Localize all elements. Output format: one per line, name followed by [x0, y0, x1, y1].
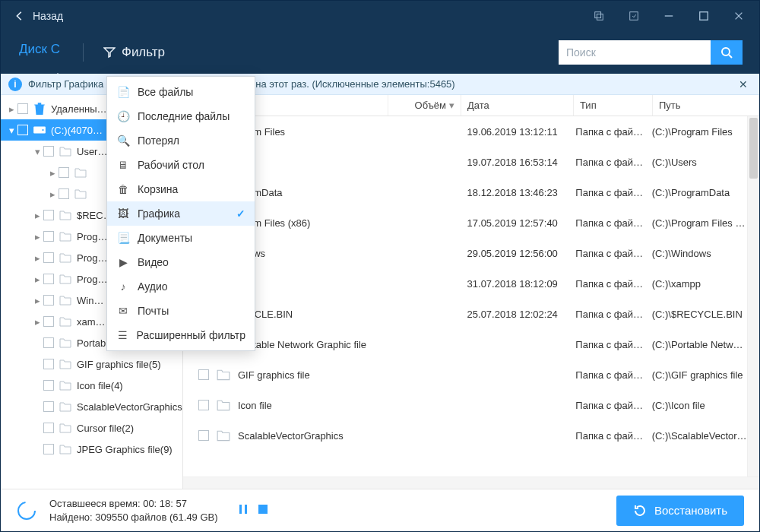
checkbox[interactable]: [43, 146, 54, 157]
table-row[interactable]: 19.07.2018 16:53:14Папка с фай…(C:)\User…: [183, 147, 747, 177]
restore-button[interactable]: Восстановить: [616, 496, 744, 526]
notice-close-button[interactable]: ✕: [735, 76, 752, 93]
menu-all-files[interactable]: 📄Все файлы: [107, 80, 255, 104]
cell-name: …ows: [238, 248, 397, 259]
tab-disk-c[interactable]: Диск С: [17, 37, 62, 68]
clock-icon: 🕘: [116, 109, 130, 123]
expand-icon[interactable]: ▸: [31, 252, 43, 264]
checkbox[interactable]: [43, 210, 54, 220]
menu-mail[interactable]: ✉Почты: [107, 299, 255, 323]
expand-icon[interactable]: ▸: [46, 188, 59, 200]
checkbox[interactable]: [43, 444, 54, 454]
table-row[interactable]: GIF graphics fileПапка с фай…(C:)\GIF gr…: [183, 359, 747, 390]
tree-svg[interactable]: ScalableVectorGraphics…: [1, 396, 182, 417]
col-size-label: Объём: [415, 100, 446, 111]
checkbox[interactable]: [198, 369, 209, 380]
cell-name: …YCLE.BIN: [238, 309, 397, 320]
table-row[interactable]: Portable Network Graphic fileПапка с фай…: [183, 329, 747, 359]
checkbox[interactable]: [43, 295, 54, 306]
expand-icon[interactable]: ▸: [5, 103, 17, 115]
table-row[interactable]: Icon fileПапка с фай…(C:)\Icon file: [183, 390, 747, 420]
checkbox[interactable]: [43, 252, 54, 263]
table-row[interactable]: …amData18.12.2018 13:46:23Папка с фай…(C…: [183, 177, 747, 207]
tree-cursor[interactable]: Cursor file(2): [1, 417, 182, 439]
restore-icon: [633, 504, 647, 518]
tree-label: JPEG Graphics file(9): [77, 444, 173, 455]
expand-icon[interactable]: ▸: [31, 231, 43, 242]
tree-jpeg[interactable]: JPEG Graphics file(9): [1, 439, 182, 460]
expand-icon[interactable]: ▸: [31, 274, 43, 285]
horizontal-scrollbar[interactable]: [183, 477, 759, 489]
checkbox[interactable]: [43, 274, 54, 284]
window-minimize-icon[interactable]: [651, 1, 686, 31]
menu-documents[interactable]: 📃Документы: [107, 226, 255, 250]
mail-icon: ✉: [116, 304, 130, 318]
checkbox[interactable]: [43, 423, 54, 433]
folder-icon: [217, 429, 230, 442]
window-switch-icon[interactable]: [581, 1, 616, 31]
file-list[interactable]: …am Files19.06.2019 13:12:11Папка с фай……: [183, 116, 747, 477]
menu-audio[interactable]: ♪Аудио: [107, 274, 255, 299]
cell-type: Папка с фай…: [575, 126, 651, 138]
menu-label: Графика: [138, 207, 180, 220]
expand-icon[interactable]: ▸: [31, 295, 43, 306]
window-close-icon[interactable]: [721, 1, 756, 31]
vertical-scrollbar[interactable]: [747, 116, 759, 477]
folder-icon: [74, 166, 87, 179]
menu-recent-files[interactable]: 🕘Последние файлы: [107, 104, 255, 128]
filter-button[interactable]: Фильтр: [103, 45, 165, 60]
scrollbar-thumb[interactable]: [749, 118, 758, 179]
checkbox[interactable]: [198, 430, 209, 441]
cell-name: …amData: [238, 187, 397, 198]
window-restore-icon[interactable]: [616, 1, 651, 31]
table-row[interactable]: ScalableVectorGraphicsПапка с фай…(C:)\S…: [183, 420, 747, 451]
expand-icon[interactable]: ▸: [31, 316, 43, 328]
search-button[interactable]: [711, 40, 743, 65]
checkbox[interactable]: [59, 188, 69, 199]
table-row[interactable]: …am Files19.06.2019 13:12:11Папка с фай……: [183, 116, 747, 147]
menu-video[interactable]: ▶Видео: [107, 250, 255, 274]
checkbox[interactable]: [43, 231, 54, 242]
table-row[interactable]: …31.07.2018 18:12:09Папка с фай…(C:)\xam…: [183, 268, 747, 299]
cell-name: …: [238, 278, 397, 290]
table-row[interactable]: …YCLE.BIN25.07.2018 12:02:24Папка с фай……: [183, 299, 747, 329]
checkbox[interactable]: [43, 359, 54, 369]
checkbox[interactable]: [43, 380, 54, 391]
checkbox[interactable]: [43, 316, 54, 327]
spinner-icon: [16, 500, 37, 521]
pause-button[interactable]: [238, 504, 249, 518]
folder-icon: [59, 421, 72, 435]
checkbox[interactable]: [59, 167, 69, 178]
sort-desc-icon[interactable]: ▾: [449, 100, 454, 111]
tree-label: User…: [77, 146, 107, 157]
menu-graphics[interactable]: 🖼Графика✓: [107, 201, 255, 226]
table-row[interactable]: …am Files (x86)17.05.2019 12:57:40Папка …: [183, 207, 747, 238]
checkbox[interactable]: [43, 401, 54, 412]
cell-type: Папка с фай…: [575, 157, 651, 168]
stop-button[interactable]: [258, 504, 268, 518]
checkbox[interactable]: [198, 400, 209, 410]
collapse-icon[interactable]: ▾: [5, 125, 17, 136]
back-button[interactable]: Назад: [4, 1, 74, 31]
tab-indicator-triangle: [52, 73, 64, 79]
menu-trash[interactable]: 🗑Корзина: [107, 177, 255, 201]
table-row[interactable]: …ows29.05.2019 12:56:00Папка с фай…(C:)\…: [183, 238, 747, 268]
expand-icon[interactable]: ▸: [46, 167, 59, 179]
tree-gif[interactable]: GIF graphics file(5): [1, 353, 182, 375]
checkbox[interactable]: [17, 125, 28, 135]
menu-advanced-filter[interactable]: ☰Расширенный фильтр: [107, 323, 255, 347]
column-header[interactable]: Имя Объём▾ Дата Тип Путь: [183, 95, 759, 116]
tree-label: xam…: [77, 316, 106, 328]
menu-desktop[interactable]: 🖥Рабочий стол: [107, 153, 255, 177]
search-input[interactable]: [559, 40, 711, 65]
scan-controls: [238, 504, 268, 518]
col-path-label: Путь: [659, 100, 681, 111]
filter-dropdown[interactable]: 📄Все файлы 🕘Последние файлы 🔍Потерял 🖥Ра…: [106, 76, 255, 351]
checkbox[interactable]: [43, 337, 54, 348]
menu-lost[interactable]: 🔍Потерял: [107, 128, 255, 153]
checkbox[interactable]: [17, 103, 28, 114]
window-maximize-icon[interactable]: [686, 1, 721, 31]
collapse-icon[interactable]: ▾: [31, 146, 43, 157]
tree-icon-file[interactable]: Icon file(4): [1, 375, 182, 396]
expand-icon[interactable]: ▸: [31, 210, 43, 221]
